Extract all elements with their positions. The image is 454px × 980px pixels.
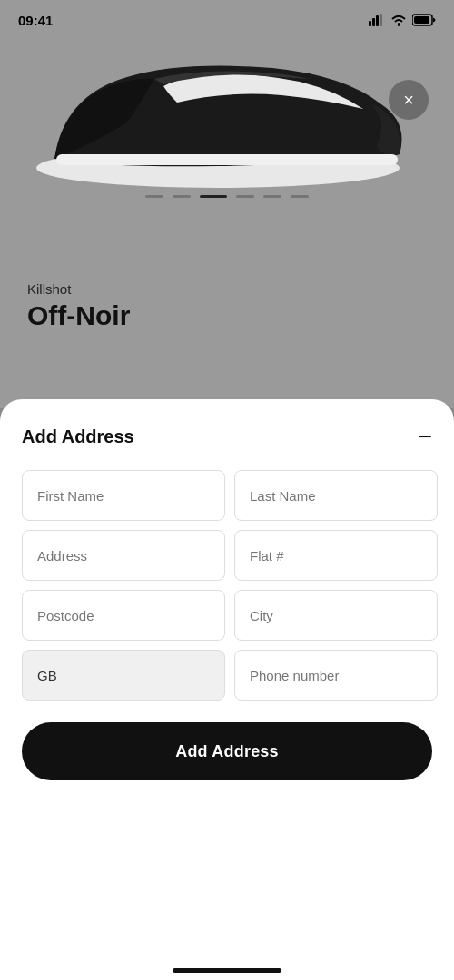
svg-rect-3 (372, 18, 375, 26)
flat-input[interactable] (234, 530, 438, 581)
battery-icon (412, 14, 436, 26)
product-subtitle: Killshot (27, 281, 130, 297)
address-form (22, 470, 432, 701)
dot-3[interactable] (200, 195, 227, 198)
city-input[interactable] (234, 590, 438, 641)
svg-rect-1 (56, 154, 398, 165)
postcode-city-row (22, 590, 432, 641)
close-icon: × (403, 91, 414, 109)
dot-2[interactable] (173, 195, 191, 198)
close-button[interactable]: × (389, 80, 429, 120)
status-icons (369, 14, 436, 26)
svg-rect-5 (380, 14, 382, 26)
add-address-button[interactable]: Add Address (22, 722, 432, 780)
status-bar: 09:41 (0, 0, 454, 40)
last-name-input[interactable] (234, 470, 438, 521)
dot-5[interactable] (263, 195, 281, 198)
name-row (22, 470, 432, 521)
collapse-button[interactable]: − (419, 425, 432, 448)
bottom-sheet: Add Address − Add Address (0, 399, 454, 980)
address-row (22, 530, 432, 581)
sheet-title: Add Address (22, 426, 134, 447)
product-background: Killshot Off-Noir (0, 0, 454, 408)
dot-6[interactable] (291, 195, 309, 198)
svg-rect-4 (376, 15, 379, 26)
home-indicator (173, 968, 281, 973)
country-phone-row (22, 650, 432, 701)
product-info: Killshot Off-Noir (27, 281, 130, 331)
sheet-header: Add Address − (22, 425, 432, 448)
status-time: 09:41 (18, 13, 53, 28)
postcode-input[interactable] (22, 590, 225, 641)
product-title: Off-Noir (27, 300, 130, 331)
country-input[interactable] (22, 650, 225, 701)
address-input[interactable] (22, 530, 225, 581)
wifi-icon (390, 14, 407, 26)
dot-1[interactable] (145, 195, 163, 198)
first-name-input[interactable] (22, 470, 225, 521)
dot-4[interactable] (236, 195, 254, 198)
svg-rect-2 (369, 21, 371, 26)
carousel-dots (0, 195, 454, 198)
signal-icon (369, 14, 385, 26)
svg-rect-7 (414, 16, 429, 24)
phone-input[interactable] (234, 650, 438, 701)
